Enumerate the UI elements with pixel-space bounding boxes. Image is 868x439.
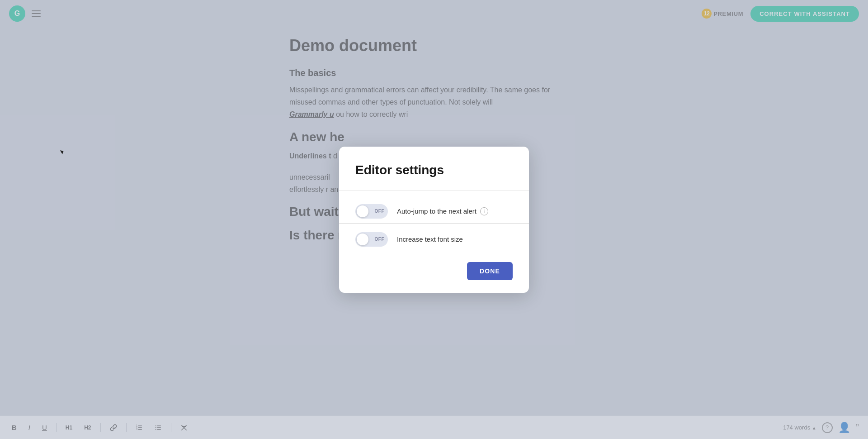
auto-jump-label: Auto-jump to the next alert i xyxy=(397,207,488,215)
done-button[interactable]: DONE xyxy=(467,262,513,280)
modal-divider1 xyxy=(339,190,529,191)
font-size-label: Increase text font size xyxy=(397,235,463,243)
modal-overlay: Editor settings OFF Auto-jump to the nex… xyxy=(0,0,868,439)
editor-settings-modal: Editor settings OFF Auto-jump to the nex… xyxy=(339,147,529,293)
auto-jump-setting-row: OFF Auto-jump to the next alert i xyxy=(355,200,513,223)
auto-jump-info-icon[interactable]: i xyxy=(480,207,488,215)
font-size-setting-row: OFF Increase text font size xyxy=(355,228,513,251)
auto-jump-toggle[interactable]: OFF xyxy=(355,204,388,219)
font-size-toggle-label: OFF xyxy=(375,237,385,242)
font-size-toggle[interactable]: OFF xyxy=(355,232,388,247)
modal-title: Editor settings xyxy=(355,163,513,177)
modal-footer: DONE xyxy=(355,262,513,280)
auto-jump-toggle-label: OFF xyxy=(375,209,385,214)
